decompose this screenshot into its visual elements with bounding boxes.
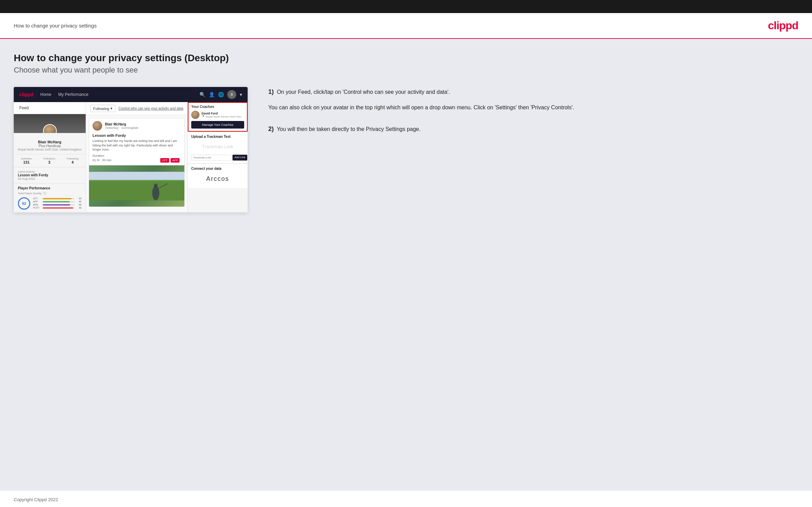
stat-activities-value: 131 xyxy=(21,160,32,164)
feed-tab[interactable]: Feed xyxy=(14,102,86,114)
activity-username: Blair McHarg xyxy=(105,122,138,126)
activity-image xyxy=(89,165,184,207)
perf-gauge-row: 92 OTT 90 APP xyxy=(18,197,82,210)
profile-stats: Activities 131 Followers 3 Following 4 xyxy=(14,154,86,167)
player-performance: Player Performance Total Player Quality … xyxy=(14,183,86,212)
tag-ott: OTT xyxy=(160,158,169,163)
coach-avatar xyxy=(191,111,199,119)
coaches-title: Your Coaches xyxy=(191,105,244,109)
stat-activities-label: Activities xyxy=(21,157,32,160)
footer-copyright: Copyright Clippd 2022 xyxy=(14,497,58,502)
step1-text: 1) On your Feed, click/tap on 'Control w… xyxy=(268,87,798,97)
stat-followers-label: Followers xyxy=(43,157,55,160)
profile-banner xyxy=(14,114,86,133)
bar-arg: ARG 86 xyxy=(33,203,82,206)
bar-ott: OTT 90 xyxy=(33,197,82,200)
app-sidebar: Feed Blair McHarg Plus Handicap Royal No… xyxy=(14,102,86,212)
app-logo: clippd xyxy=(19,92,33,97)
site-logo: clippd xyxy=(768,19,798,32)
info-icon: ⓘ xyxy=(43,192,46,195)
manage-coaches-button[interactable]: Manage Your Coaches xyxy=(191,121,244,129)
trackman-title: Upload a Trackman Test xyxy=(191,135,244,139)
profile-name: Blair McHarg xyxy=(17,140,83,144)
arccos-logo: Arccos xyxy=(191,173,244,185)
bar-putt: PUTT 96 xyxy=(33,207,82,209)
app-navbar: clippd Home My Performance 🔍 👤 🌐 B ▾ xyxy=(14,87,248,102)
activity-duration: Duration xyxy=(93,154,181,157)
latest-value: Lesson with Fordy xyxy=(18,173,82,177)
privacy-link[interactable]: Control who can see your activity and da… xyxy=(119,107,183,110)
nav-home[interactable]: Home xyxy=(40,92,51,97)
coaches-section: Your Coaches David Ford 📍 Royal North De… xyxy=(188,102,248,132)
step1-text-2: You can also click on your avatar in the… xyxy=(268,103,798,112)
globe-icon[interactable]: 🌐 xyxy=(218,92,224,97)
gauge-circle: 92 xyxy=(18,197,30,210)
coach-item: David Ford 📍 Royal North Devon Golf Club xyxy=(191,111,244,119)
trackman-input-row: Add Link xyxy=(191,155,244,161)
activity-header: Blair McHarg Yesterday · Sunningdale xyxy=(89,118,184,133)
stat-following-value: 4 xyxy=(67,160,78,164)
trackman-placeholder: Trackman Link xyxy=(191,141,244,153)
user-icon[interactable]: 👤 xyxy=(209,92,215,97)
activity-description: Looking to feel like my hands are exitin… xyxy=(93,139,181,152)
nav-icons: 🔍 👤 🌐 B ▾ xyxy=(199,90,242,99)
trackman-section: Upload a Trackman Test Trackman Link Add… xyxy=(188,132,248,164)
top-bar xyxy=(0,0,812,13)
chevron-down-icon: ▾ xyxy=(110,106,112,111)
activity-body: Lesson with Fordy Looking to feel like m… xyxy=(89,133,184,165)
search-icon[interactable]: 🔍 xyxy=(199,92,205,97)
activity-title: Lesson with Fordy xyxy=(93,133,181,137)
location-icon: 📍 xyxy=(202,115,205,118)
profile-avatar-img xyxy=(44,125,56,133)
connect-section: Connect your data Arccos xyxy=(188,164,248,188)
trackman-link-input[interactable] xyxy=(191,155,231,161)
activity-duration-value: 01 hr : 30 min xyxy=(93,158,111,162)
latest-label: Latest Activity xyxy=(18,170,82,173)
activity-tags: OTT APP xyxy=(160,158,181,163)
profile-info: Blair McHarg Plus Handicap Royal North D… xyxy=(14,133,86,154)
stat-activities: Activities 131 xyxy=(21,157,32,164)
perf-title: Player Performance xyxy=(18,186,82,190)
svg-point-7 xyxy=(154,184,158,187)
step2-number: 2) xyxy=(268,125,274,132)
main-content: How to change your privacy settings (Des… xyxy=(0,39,812,491)
profile-club: Royal North Devon Golf Club, United King… xyxy=(17,148,83,151)
instruction-step-2: 2) You will then be taken directly to th… xyxy=(268,124,798,134)
svg-rect-4 xyxy=(89,180,184,181)
golf-image-svg xyxy=(89,165,184,207)
svg-rect-3 xyxy=(89,172,184,180)
nav-my-performance[interactable]: My Performance xyxy=(58,92,88,97)
main-subheading: Choose what you want people to see xyxy=(14,66,798,75)
activity-avatar xyxy=(93,121,102,131)
connect-title: Connect your data xyxy=(191,167,244,170)
profile-handicap: Plus Handicap xyxy=(17,144,83,148)
activity-card: Blair McHarg Yesterday · Sunningdale Les… xyxy=(89,118,185,207)
app-body: Feed Blair McHarg Plus Handicap Royal No… xyxy=(14,102,248,212)
content-row: clippd Home My Performance 🔍 👤 🌐 B ▾ Fee… xyxy=(14,87,798,212)
instructions-column: 1) On your Feed, click/tap on 'Control w… xyxy=(261,87,798,146)
activity-user-info: Blair McHarg Yesterday · Sunningdale xyxy=(105,122,138,130)
app-mockup: clippd Home My Performance 🔍 👤 🌐 B ▾ Fee… xyxy=(14,87,248,212)
svg-rect-5 xyxy=(89,181,184,200)
chevron-down-icon[interactable]: ▾ xyxy=(240,92,242,97)
app-right-panel: Your Coaches David Ford 📍 Royal North De… xyxy=(187,102,248,212)
main-heading: How to change your privacy settings (Des… xyxy=(14,53,798,64)
app-feed: Following ▾ Control who can see your act… xyxy=(86,102,187,212)
latest-activity: Latest Activity Lesson with Fordy 03 Aug… xyxy=(14,167,86,183)
trackman-add-button[interactable]: Add Link xyxy=(232,155,247,161)
site-footer: Copyright Clippd 2022 xyxy=(0,491,812,507)
following-button[interactable]: Following ▾ xyxy=(90,105,116,112)
stat-followers: Followers 3 xyxy=(43,157,55,164)
stat-following: Following 4 xyxy=(67,157,78,164)
user-avatar[interactable]: B xyxy=(227,90,236,99)
perf-quality-label: Total Player Quality ⓘ xyxy=(18,191,82,195)
activity-meta: Yesterday · Sunningdale xyxy=(105,126,138,130)
instruction-step-1: 1) On your Feed, click/tap on 'Control w… xyxy=(268,87,798,112)
stat-following-label: Following xyxy=(67,157,78,160)
feed-header: Following ▾ Control who can see your act… xyxy=(86,102,187,115)
latest-date: 03 Aug 2022 xyxy=(18,177,82,180)
stat-followers-value: 3 xyxy=(43,160,55,164)
coach-info: David Ford 📍 Royal North Devon Golf Club xyxy=(202,112,241,118)
site-header: How to change your privacy settings clip… xyxy=(0,13,812,39)
page-breadcrumb: How to change your privacy settings xyxy=(14,23,97,29)
